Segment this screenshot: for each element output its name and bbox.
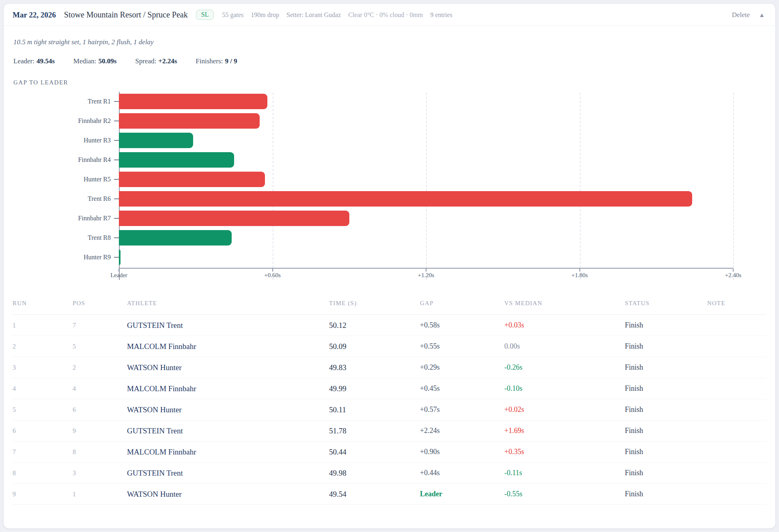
pos-cell: 3 — [73, 470, 127, 477]
time-cell: 50.44 — [329, 448, 420, 457]
chart-x-tick-label: +0.60s — [264, 272, 281, 279]
chart-row-label: Finnbahr R7 — [4, 215, 114, 222]
column-header-vs-median: VS MEDIAN — [504, 300, 625, 307]
session-header: Mar 22, 2026 Stowe Mountain Resort / Spr… — [4, 4, 775, 26]
table-row: 25MALCOLM Finnbahr50.09+0.55s0.00sFinish — [13, 336, 766, 357]
column-header-note: NOTE — [707, 300, 766, 307]
table-body: 17GUTSTEIN Trent50.12+0.58s+0.03sFinish2… — [13, 315, 766, 505]
stat-finishers: Finishers:9 / 9 — [196, 57, 237, 65]
column-header-run: RUN — [13, 300, 73, 307]
athlete-cell: MALCOLM Finnbahr — [127, 342, 329, 351]
table-row: 69GUTSTEIN Trent51.78+2.24s+1.69sFinish — [13, 420, 766, 442]
stat-finishers-value: 9 / 9 — [225, 57, 237, 65]
athlete-cell: WATSON Hunter — [127, 363, 329, 372]
stat-leader-value: 49.54s — [37, 57, 55, 65]
chart-bar-track — [119, 111, 733, 131]
chart-x-tick — [426, 269, 426, 271]
chart-row-label: Trent R1 — [4, 98, 114, 105]
run-cell: 9 — [13, 491, 73, 498]
results-table: RUNPOSATHLETETIME (S)GAPVS MEDIANSTATUSN… — [13, 292, 766, 505]
chart-row: Hunter R3 — [4, 131, 775, 150]
chart-row-tick — [114, 218, 119, 219]
chart-row-tick — [114, 198, 119, 199]
athlete-cell: MALCOLM Finnbahr — [127, 384, 329, 393]
stat-spread: Spread:+2.24s — [135, 57, 177, 65]
session-card: Mar 22, 2026 Stowe Mountain Resort / Spr… — [3, 3, 776, 529]
chart-row-tick — [114, 121, 119, 121]
chart-row-label: Hunter R5 — [4, 176, 114, 183]
collapse-icon[interactable]: ▲ — [759, 11, 765, 18]
gap-cell: +0.58s — [420, 321, 504, 330]
vs-median-cell: -0.10s — [504, 384, 625, 393]
chart-x-tick-label: +1.80s — [571, 272, 588, 279]
session-date: Mar 22, 2026 — [13, 11, 56, 19]
run-cell: 7 — [13, 448, 73, 456]
vs-median-cell: +0.35s — [504, 448, 625, 456]
delete-button[interactable]: Delete — [732, 11, 750, 19]
chart-row: Finnbahr R4 — [4, 150, 775, 170]
pos-cell: 7 — [73, 322, 127, 329]
chart-bar-track — [119, 170, 733, 189]
run-cell: 2 — [13, 343, 73, 350]
chart-bar-track — [119, 209, 733, 228]
pos-cell: 6 — [73, 406, 127, 414]
run-cell: 8 — [13, 470, 73, 477]
run-cell: 1 — [13, 322, 73, 329]
time-cell: 49.99 — [329, 384, 420, 393]
chart-row: Trent R8 — [4, 228, 775, 248]
vs-median-cell: -0.55s — [504, 490, 625, 498]
pos-cell: 4 — [73, 385, 127, 392]
table-row: 32WATSON Hunter49.83+0.29s-0.26sFinish — [13, 357, 766, 378]
chart-bar-track — [119, 131, 733, 150]
gap-bar — [119, 113, 260, 129]
table-row: 56WATSON Hunter50.11+0.57s+0.02sFinish — [13, 399, 766, 420]
vs-median-cell: +0.03s — [504, 321, 625, 330]
athlete-cell: GUTSTEIN Trent — [127, 426, 329, 435]
stat-median-label: Median: — [73, 57, 97, 65]
column-header-athlete: ATHLETE — [127, 300, 329, 307]
status-cell: Finish — [625, 490, 707, 498]
run-cell: 3 — [13, 364, 73, 371]
gap-bar — [119, 250, 121, 265]
gap-bar — [119, 230, 232, 246]
table-row: 83GUTSTEIN Trent49.98+0.44s-0.11sFinish — [13, 463, 766, 484]
table-row: 91WATSON Hunter49.54Leader-0.55sFinish — [13, 484, 766, 505]
session-title: Stowe Mountain Resort / Spruce Peak — [64, 10, 188, 19]
vs-median-cell: +1.69s — [504, 426, 625, 435]
chart-bar-track — [119, 92, 733, 111]
chart-x-axis-labels: Leader+0.60s+1.20s+1.80s+2.40s — [119, 272, 733, 280]
chart-bar-track — [119, 189, 733, 209]
run-cell: 5 — [13, 406, 73, 414]
pos-cell: 8 — [73, 448, 127, 456]
gap-cell: Leader — [420, 490, 504, 498]
chart-row: Hunter R5 — [4, 170, 775, 189]
chart-x-tick — [118, 269, 119, 271]
chart-title: GAP TO LEADER — [13, 79, 775, 86]
status-cell: Finish — [625, 426, 707, 435]
chart-x-tick-label: Leader — [110, 272, 127, 279]
table-row: 17GUTSTEIN Trent50.12+0.58s+0.03sFinish — [13, 315, 766, 336]
gap-bar — [119, 191, 692, 207]
chart-row-label: Trent R8 — [4, 234, 114, 241]
stats-row: Leader:49.54s Median:50.09s Spread:+2.24… — [13, 57, 775, 65]
stat-median-value: 50.09s — [98, 57, 116, 65]
chart-x-tick — [579, 269, 580, 271]
chart-x-axis-line — [119, 268, 733, 269]
chart-x-tick — [272, 269, 273, 271]
table-row: 44MALCOLM Finnbahr49.99+0.45s-0.10sFinis… — [13, 378, 766, 399]
chart-bar-track — [119, 248, 733, 267]
athlete-cell: GUTSTEIN Trent — [127, 321, 329, 330]
chart-row-tick — [114, 101, 119, 102]
pos-cell: 5 — [73, 343, 127, 350]
chart-row-label: Hunter R3 — [4, 137, 114, 144]
gap-chart: Trent R1Finnbahr R2Hunter R3Finnbahr R4H… — [4, 92, 775, 280]
status-cell: Finish — [625, 363, 707, 372]
stat-leader: Leader:49.54s — [13, 57, 55, 65]
chart-bar-track — [119, 228, 733, 248]
status-cell: Finish — [625, 384, 707, 393]
gates-count: 55 gates — [222, 11, 243, 19]
status-cell: Finish — [625, 321, 707, 330]
stat-median: Median:50.09s — [73, 57, 117, 65]
gap-cell: +0.90s — [420, 448, 504, 456]
gap-cell: +0.55s — [420, 342, 504, 351]
